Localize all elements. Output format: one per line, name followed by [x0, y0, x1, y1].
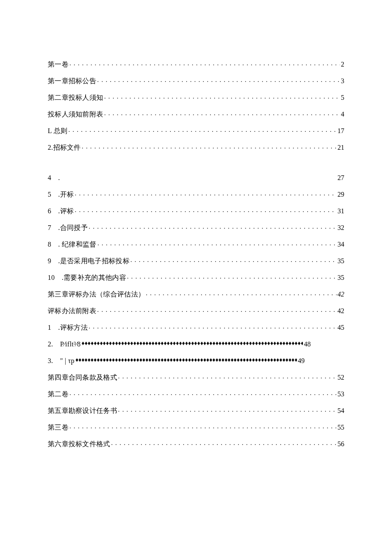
toc-entry: 第一卷 2: [48, 60, 344, 68]
toc-page: 3: [341, 78, 344, 84]
toc-label: 3. " | τp: [48, 357, 75, 364]
toc-block: 4 . 27 5 .开标 29 6 .评标 31 7 .合同授予 32 8 . …: [48, 173, 344, 447]
toc-label: 第三章评标办法（综合评估法）: [48, 291, 145, 298]
toc-entry: 9 .是否采用电子招标投标 35: [48, 256, 344, 264]
toc-leader: [89, 323, 337, 330]
toc-entry: 投标人须知前附表 4: [48, 110, 344, 118]
toc-leader: [111, 439, 337, 446]
toc-entry: 5 .开标 29: [48, 190, 344, 198]
toc-page: 35: [337, 274, 344, 281]
toc-label: 第一章招标公告: [48, 78, 96, 84]
toc-leader: [82, 143, 337, 150]
toc-page: 42: [337, 291, 344, 298]
toc-label: 第五章勘察设计任务书: [48, 407, 117, 414]
toc-page: 27: [337, 174, 344, 181]
toc-page: 17: [337, 128, 344, 134]
toc-leader: [97, 76, 340, 83]
toc-label: 7 .合同授予: [48, 224, 88, 231]
toc-label: 第三卷: [48, 424, 69, 431]
toc-page: 52: [337, 374, 344, 381]
toc-entry: 8 . 纪律和监督 34: [48, 240, 344, 248]
toc-leader: [75, 356, 297, 363]
toc-entry: 第六章投标文件格式 56: [48, 439, 344, 447]
toc-leader: [130, 256, 337, 263]
toc-page: 54: [337, 407, 344, 414]
toc-leader: [75, 190, 337, 197]
toc-page: 29: [337, 191, 344, 198]
toc-leader: [104, 110, 340, 116]
toc-entry: 1 .评标方法 45: [48, 323, 344, 331]
toc-leader: [75, 206, 337, 213]
toc-page: 34: [337, 241, 344, 248]
toc-entry: 第四章合同条款及格式 52: [48, 373, 344, 381]
toc-page: 5: [341, 94, 344, 101]
toc-entry: 第二卷 53: [48, 389, 344, 398]
toc-entry: 7 .合同授予 32: [48, 223, 344, 231]
toc-entry: 3. " | τp 49: [48, 356, 344, 364]
toc-leader: [118, 373, 337, 380]
toc-label: 评标办法前附表: [48, 308, 96, 314]
toc-label: 2. P⁄iflt³⁄8: [48, 341, 81, 348]
toc-label: 第二章投标人须知: [48, 94, 103, 101]
toc-leader: [146, 290, 337, 296]
toc-leader: [118, 406, 337, 413]
toc-label: 9 .是否采用电子招标投标: [48, 258, 130, 264]
toc-leader: [97, 306, 337, 313]
toc-entry: 第二章投标人须知 5: [48, 93, 344, 101]
toc-leader: [89, 223, 337, 230]
toc-label: 8 . 纪律和监督: [48, 241, 97, 248]
toc-leader: [104, 93, 340, 100]
toc-page: 31: [337, 208, 344, 215]
toc-page: 48: [304, 341, 311, 348]
toc-entry: 第三章评标办法（综合评估法） 42: [48, 290, 344, 298]
toc-label: 第四章合同条款及格式: [48, 374, 117, 381]
toc-leader: [61, 173, 337, 180]
toc-page: 45: [337, 324, 344, 331]
toc-leader: [81, 340, 303, 346]
toc-label: 5 .开标: [48, 191, 74, 198]
toc-leader: [98, 240, 337, 247]
toc-page: 42: [337, 308, 344, 314]
toc-page: 53: [337, 391, 344, 398]
toc-leader: [69, 423, 337, 430]
toc-label: L 总则: [48, 128, 67, 134]
toc-page: 35: [337, 258, 344, 264]
toc-entry: 第五章勘察设计任务书 54: [48, 406, 344, 414]
toc-leader: [69, 60, 340, 67]
toc-label: 投标人须知前附表: [48, 111, 103, 118]
toc-page: 56: [337, 441, 344, 447]
toc-page: 4: [341, 111, 344, 118]
toc-page: 2: [341, 61, 344, 68]
toc-label: 第二卷: [48, 391, 69, 398]
toc-label: 4 .: [48, 174, 60, 181]
toc-leader: [127, 273, 337, 280]
toc-page: 32: [337, 224, 344, 231]
toc-page: 21: [337, 144, 344, 151]
toc-label: 第六章投标文件格式: [48, 441, 110, 447]
toc-label: 第一卷: [48, 61, 69, 68]
toc-block: 第一卷 2 第一章招标公告 3 第二章投标人须知 5 投标人须知前附表 4 L …: [48, 60, 344, 151]
toc-page: 49: [298, 357, 305, 364]
toc-label: 1 .评标方法: [48, 324, 88, 331]
toc-entry: 10 .需要补充的其他内容 35: [48, 273, 344, 281]
toc-entry: 第一章招标公告 3: [48, 76, 344, 84]
toc-entry: 2. P⁄iflt³⁄8 48: [48, 340, 344, 348]
toc-label: 10 .需要补充的其他内容: [48, 274, 126, 281]
page: 第一卷 2 第一章招标公告 3 第二章投标人须知 5 投标人须知前附表 4 L …: [0, 0, 392, 447]
toc-entry: 6 .评标 31: [48, 206, 344, 215]
toc-entry: 第三卷 55: [48, 423, 344, 431]
toc-label: 2.招标文件: [48, 144, 81, 151]
toc-leader: [69, 389, 337, 396]
toc-label: 6 .评标: [48, 208, 74, 215]
toc-entry: L 总则 17: [48, 126, 344, 134]
toc-entry: 4 . 27: [48, 173, 344, 181]
toc-leader: [68, 126, 337, 133]
toc-page: 55: [337, 424, 344, 431]
toc-entry: 2.招标文件 21: [48, 143, 344, 151]
toc-entry: 评标办法前附表 42: [48, 306, 344, 314]
